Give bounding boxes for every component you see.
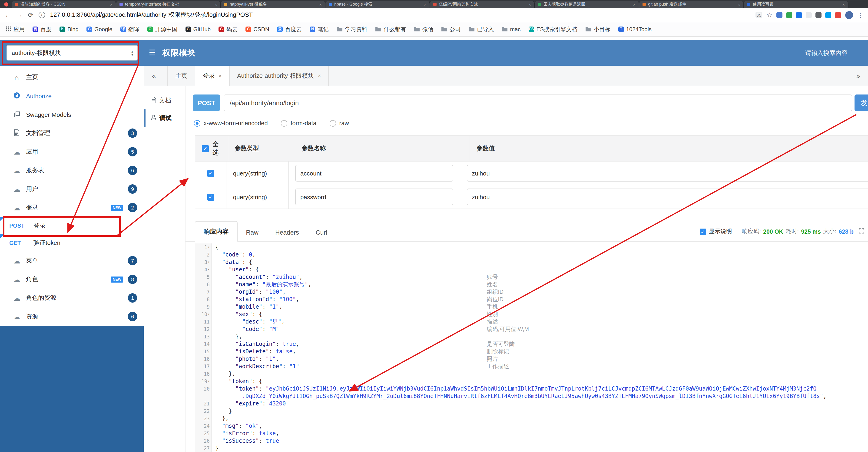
- extension-icon[interactable]: [825, 12, 831, 18]
- show-description-checkbox[interactable]: ✓: [700, 228, 706, 235]
- menu-burger-icon[interactable]: ☰: [149, 48, 156, 58]
- browser-menu-icon[interactable]: ⋮: [857, 11, 863, 19]
- bookmark-item[interactable]: 小目标: [585, 25, 611, 33]
- radio-dot-icon[interactable]: [330, 120, 336, 126]
- browser-tab[interactable]: 温故知新的博客 - CSDN×: [11, 1, 116, 8]
- response-tab[interactable]: Headers: [267, 223, 307, 241]
- sidebar-item-6[interactable]: ☁用户9: [0, 180, 144, 198]
- header-search-placeholder[interactable]: 请输入搜索内容: [805, 49, 847, 57]
- bookmark-item[interactable]: GGitHub: [185, 26, 211, 33]
- tab-close-icon[interactable]: ×: [633, 2, 636, 7]
- bookmark-item[interactable]: T1024Tools: [618, 26, 652, 33]
- line-number[interactable]: 8: [195, 295, 212, 303]
- param-checkbox[interactable]: ✓: [207, 193, 214, 200]
- bookmark-item[interactable]: O开源中国: [147, 25, 177, 33]
- browser-tab[interactable]: 亿级PV网站架构实战×: [430, 1, 535, 8]
- profile-avatar[interactable]: [845, 11, 853, 19]
- sidebar-endpoint-post[interactable]: POST登录: [0, 217, 144, 234]
- tab-close-icon[interactable]: ×: [110, 2, 113, 7]
- param-value-input[interactable]: zuihou: [467, 189, 868, 205]
- extension-icon[interactable]: [786, 12, 792, 18]
- bookmark-item[interactable]: 学习资料: [337, 25, 367, 33]
- line-number[interactable]: 19▾: [195, 377, 212, 385]
- line-number[interactable]: 14: [195, 340, 212, 348]
- bookmark-item[interactable]: 公司: [441, 25, 461, 33]
- sidebar-item-1[interactable]: Authorize: [0, 87, 144, 105]
- browser-tab[interactable]: 使用读写锁×: [744, 1, 848, 8]
- radio-dot-icon[interactable]: [194, 120, 200, 126]
- extension-icon[interactable]: [796, 12, 802, 18]
- bookmark-item[interactable]: CCSDN: [246, 26, 269, 33]
- tab-close-icon[interactable]: ×: [842, 2, 845, 7]
- bookmark-item[interactable]: 百百度: [33, 25, 52, 33]
- tab-close-icon[interactable]: ×: [215, 2, 217, 7]
- radio-dot-icon[interactable]: [281, 120, 287, 126]
- line-number[interactable]: 24: [195, 422, 212, 430]
- tab-close-icon[interactable]: ×: [528, 2, 531, 7]
- url-text[interactable]: 127.0.0.1:8760/api/gate/doc.html#/author…: [50, 11, 750, 19]
- line-number[interactable]: 6: [195, 281, 212, 288]
- line-number[interactable]: 12: [195, 326, 212, 333]
- extension-icon[interactable]: [815, 12, 822, 18]
- site-info-icon[interactable]: i: [38, 12, 45, 18]
- sidebar-endpoint-get[interactable]: GET验证token: [0, 234, 144, 251]
- collapse-sidebar-icon[interactable]: «: [144, 66, 164, 86]
- bookmark-item[interactable]: bBing: [60, 26, 79, 33]
- tab-close-icon[interactable]: ×: [318, 73, 321, 79]
- module-select[interactable]: authority-权限模块 ▴▾: [6, 45, 137, 60]
- line-number[interactable]: 25: [195, 430, 212, 437]
- fold-caret-icon[interactable]: ▾: [208, 266, 210, 273]
- line-number[interactable]: 1▾: [195, 244, 212, 251]
- extension-icon[interactable]: [776, 12, 782, 18]
- response-tab[interactable]: Curl: [307, 223, 336, 241]
- browser-tab[interactable]: gitlab push 发送邮件×: [639, 1, 744, 8]
- line-number[interactable]: 7: [195, 288, 212, 295]
- bookmark-item[interactable]: mac: [502, 25, 521, 33]
- bookmark-item[interactable]: ESES搜索引擎文档: [529, 25, 578, 33]
- line-number[interactable]: 23: [195, 415, 212, 422]
- browser-tab[interactable]: 回去获取参数值是返回×: [535, 1, 639, 8]
- select-all-checkbox[interactable]: ✓: [202, 145, 209, 152]
- translate-icon[interactable]: 文: [756, 12, 762, 18]
- bookmark-item[interactable]: GGoogle: [87, 26, 112, 33]
- line-number[interactable]: 10▾: [195, 310, 212, 318]
- line-number[interactable]: 27: [195, 445, 212, 452]
- tab-close-icon[interactable]: ×: [424, 2, 426, 7]
- bookmark-item[interactable]: N笔记: [310, 25, 329, 33]
- tab-close-icon[interactable]: ×: [319, 2, 322, 7]
- reload-icon[interactable]: ⟳: [28, 11, 33, 19]
- fold-caret-icon[interactable]: ▾: [208, 244, 210, 251]
- fold-caret-icon[interactable]: ▾: [208, 258, 210, 266]
- bookmark-item[interactable]: 微信: [414, 25, 433, 33]
- bookmark-item[interactable]: G码云: [218, 25, 238, 33]
- line-number[interactable]: 22: [195, 407, 212, 415]
- extension-icon[interactable]: [806, 12, 812, 18]
- send-button[interactable]: 发: [855, 94, 868, 111]
- sidebar-item-3[interactable]: 文档管理3: [0, 124, 144, 142]
- line-number[interactable]: 16: [195, 355, 212, 363]
- sidebar-item-2[interactable]: Swagger Models: [0, 105, 144, 124]
- fullscreen-icon[interactable]: [859, 228, 864, 235]
- sidebar-item-4[interactable]: ☁应用5: [0, 142, 144, 161]
- line-number[interactable]: 15: [195, 348, 212, 355]
- debug-tab[interactable]: 调试: [144, 109, 185, 127]
- line-number[interactable]: 20: [195, 385, 212, 400]
- line-number[interactable]: 26: [195, 437, 212, 445]
- content-type-radio[interactable]: x-www-form-urlencoded: [194, 120, 268, 126]
- sidebar-item-10[interactable]: ☁菜单7: [0, 251, 144, 270]
- content-tab-0[interactable]: 主页: [167, 66, 195, 86]
- line-number[interactable]: 9: [195, 303, 212, 310]
- line-number[interactable]: 13: [195, 333, 212, 340]
- extension-icon[interactable]: [835, 12, 841, 18]
- line-number[interactable]: 17: [195, 363, 212, 370]
- bookmark-star-icon[interactable]: ☆: [767, 11, 772, 19]
- sidebar-item-13[interactable]: ☁资源6: [0, 307, 144, 326]
- content-tab-1[interactable]: 登录×: [195, 66, 230, 86]
- line-number[interactable]: 4▾: [195, 266, 212, 273]
- response-body-editor[interactable]: 1▾{2 "code": 0,3▾ "data": {4▾ "user": {5…: [195, 242, 868, 452]
- sidebar-item-12[interactable]: ☁角色的资源1: [0, 289, 144, 307]
- window-close-traffic-light[interactable]: [4, 2, 8, 6]
- sidebar-item-11[interactable]: ☁角色NEW8: [0, 270, 144, 289]
- line-number[interactable]: 3▾: [195, 258, 212, 266]
- tab-close-icon[interactable]: ×: [218, 73, 222, 79]
